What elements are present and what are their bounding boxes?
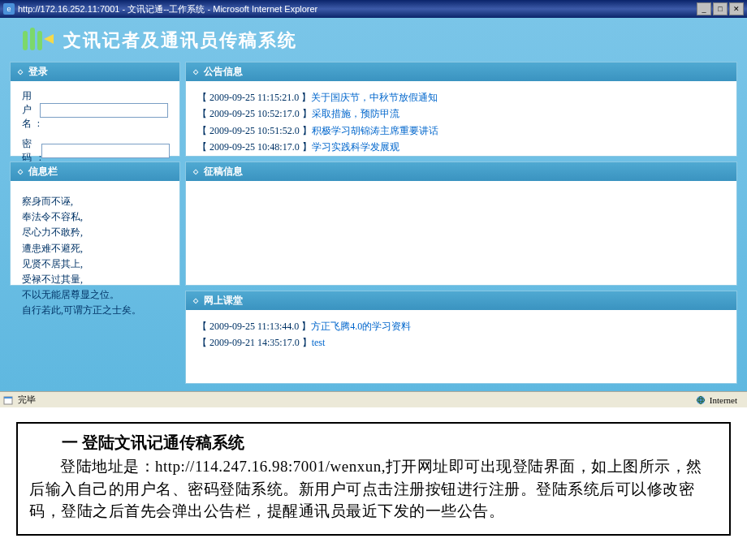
info-line: 尽心力不敢矜, (22, 225, 168, 240)
username-input[interactable] (40, 103, 168, 118)
news-date: 2009-09-25 10:52:17.0 (209, 108, 300, 119)
svg-rect-2 (37, 31, 42, 50)
info-line: 自行若此,可谓方正之士矣。 (22, 303, 168, 318)
classroom-panel-header: ◇ 网上课堂 (186, 291, 736, 310)
window-titlebar: e http://172.16.252.11:7001 - 文讯记通--工作系统… (0, 0, 747, 18)
solicit-panel-header: ◇ 征稿信息 (186, 162, 736, 181)
news-item[interactable]: 【 2009-09-21 14:35:17.0 】test (197, 334, 725, 351)
password-label: 密 码: (22, 137, 41, 165)
classroom-panel-title: 网上课堂 (204, 294, 243, 308)
status-right: Internet (695, 394, 744, 406)
zone-label: Internet (710, 395, 737, 405)
bracket-icon: 】 (300, 337, 312, 348)
password-input[interactable] (41, 144, 170, 158)
news-item[interactable]: 【 2009-09-25 10:52:17.0 】采取措施，预防甲流 (197, 106, 725, 122)
info-line: 奉法令不容私, (22, 209, 168, 225)
announce-panel-header: ◇ 公告信息 (186, 62, 736, 81)
svg-rect-4 (4, 397, 12, 398)
svg-rect-1 (30, 28, 35, 50)
bracket-icon: 【 (197, 125, 209, 136)
system-title: 文讯记者及通讯员传稿系统 (63, 28, 297, 53)
system-logo-icon (23, 28, 55, 54)
bracket-icon: 】 (300, 108, 312, 119)
news-date: 2009-09-25 10:51:52.0 (209, 125, 300, 136)
main-layout: ◇ 登录 用户名: 密 码: 登录 注册 (0, 62, 747, 384)
info-line: 察身而不诬, (22, 194, 168, 209)
bracket-icon: 【 (197, 92, 209, 103)
news-title[interactable]: 关于国庆节，中秋节放假通知 (311, 92, 438, 103)
window-controls: _ □ ✕ (697, 2, 744, 15)
news-date: 2009-09-25 10:48:17.0 (209, 141, 300, 153)
doc-section: 一 登陆文讯记通传稿系统 登陆地址是：http://114.247.16.98:… (16, 422, 731, 536)
bracket-icon: 【 (197, 321, 209, 332)
status-bar: 完毕 Internet (0, 391, 747, 407)
news-title[interactable]: 方正飞腾4.0的学习资料 (311, 321, 411, 332)
panel-bullet-icon: ◇ (17, 169, 24, 175)
ie-icon: e (3, 3, 15, 15)
status-text: 完毕 (18, 394, 36, 406)
info-panel-body: 察身而不诬, 奉法令不容私, 尽心力不敢矜, 遭患难不避死, 见贤不居其上, 受… (11, 181, 179, 285)
svg-rect-0 (23, 31, 28, 50)
info-panel-title: 信息栏 (28, 165, 58, 179)
status-left: 完毕 (3, 394, 695, 406)
right-column: ◇ 公告信息 【 2009-09-25 11:15:21.0 】关于国庆节，中秋… (185, 62, 737, 384)
news-date: 2009-09-21 14:35:17.0 (209, 337, 300, 348)
announce-panel: ◇ 公告信息 【 2009-09-25 11:15:21.0 】关于国庆节，中秋… (185, 62, 737, 157)
news-title[interactable]: test (312, 337, 326, 348)
login-panel-title: 登录 (28, 65, 48, 79)
info-line: 受禄不过其量, (22, 272, 168, 287)
info-line: 见贤不居其上, (22, 256, 168, 272)
panel-bullet-icon: ◇ (192, 69, 199, 75)
panel-bullet-icon: ◇ (192, 169, 199, 175)
classroom-panel-body: 【 2009-09-25 11:13:44.0 】方正飞腾4.0的学习资料 【 … (186, 310, 736, 383)
solicit-panel: ◇ 征稿信息 (185, 162, 737, 286)
info-line: 遭患难不避死, (22, 241, 168, 256)
username-label: 用户名: (22, 89, 40, 131)
password-row: 密 码: (22, 137, 168, 165)
news-item[interactable]: 【 2009-09-25 11:13:44.0 】方正飞腾4.0的学习资料 (197, 318, 725, 334)
info-line: 不以无能居尊显之位。 (22, 287, 168, 303)
minimize-button[interactable]: _ (697, 2, 711, 15)
bracket-icon: 【 (197, 141, 209, 153)
svg-point-5 (697, 396, 705, 404)
left-column: ◇ 登录 用户名: 密 码: 登录 注册 (10, 62, 180, 384)
info-panel: ◇ 信息栏 察身而不诬, 奉法令不容私, 尽心力不敢矜, 遭患难不避死, 见贤不… (10, 162, 180, 286)
login-panel-body: 用户名: 密 码: 登录 注册 【通讯员找回密码】 (11, 81, 179, 156)
bracket-icon: 【 (197, 108, 209, 119)
bracket-icon: 】 (299, 321, 311, 332)
news-item[interactable]: 【 2009-09-25 11:15:21.0 】关于国庆节，中秋节放假通知 (197, 89, 725, 106)
close-button[interactable]: ✕ (729, 2, 744, 15)
username-row: 用户名: (22, 89, 168, 131)
panel-bullet-icon: ◇ (17, 69, 24, 75)
doc-body: 登陆地址是：http://114.247.16.98:7001/wenxun,打… (29, 455, 718, 523)
page-content: 文讯记者及通讯员传稿系统 ◇ 登录 用户名: 密 码: (0, 18, 747, 391)
news-item[interactable]: 【 2009-09-25 10:48:17.0 】学习实践科学发展观 (197, 139, 725, 155)
maximize-button[interactable]: □ (713, 2, 728, 15)
login-panel: ◇ 登录 用户名: 密 码: 登录 注册 (10, 62, 180, 157)
news-date: 2009-09-25 11:13:44.0 (209, 321, 299, 332)
announce-panel-body: 【 2009-09-25 11:15:21.0 】关于国庆节，中秋节放假通知 【… (186, 81, 736, 156)
internet-zone-icon (695, 394, 706, 406)
news-date: 2009-09-25 11:15:21.0 (209, 92, 299, 103)
announce-panel-title: 公告信息 (204, 65, 243, 79)
solicit-panel-title: 征稿信息 (204, 165, 243, 179)
info-panel-header: ◇ 信息栏 (11, 162, 179, 181)
bracket-icon: 】 (300, 125, 312, 136)
login-panel-header: ◇ 登录 (11, 62, 179, 81)
window-title: http://172.16.252.11:7001 - 文讯记通--工作系统 -… (18, 3, 697, 15)
system-header: 文讯记者及通讯员传稿系统 (0, 24, 747, 62)
news-title[interactable]: 采取措施，预防甲流 (312, 108, 399, 119)
bracket-icon: 】 (300, 141, 312, 153)
solicit-panel-body (186, 181, 736, 285)
doc-heading: 一 登陆文讯记通传稿系统 (29, 432, 718, 454)
panel-bullet-icon: ◇ (192, 298, 199, 304)
news-title[interactable]: 学习实践科学发展观 (312, 141, 399, 153)
news-item[interactable]: 【 2009-09-25 10:51:52.0 】积极学习胡锦涛主席重要讲话 (197, 123, 725, 139)
news-title[interactable]: 积极学习胡锦涛主席重要讲话 (312, 125, 438, 136)
classroom-panel: ◇ 网上课堂 【 2009-09-25 11:13:44.0 】方正飞腾4.0的… (185, 291, 737, 384)
bracket-icon: 【 (197, 337, 209, 348)
bracket-icon: 】 (299, 92, 311, 103)
done-icon (3, 394, 15, 406)
